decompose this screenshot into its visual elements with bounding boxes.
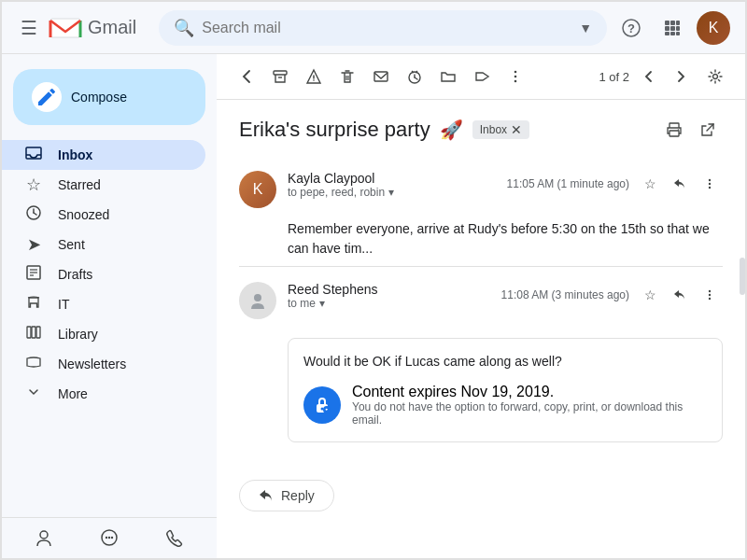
- compose-label: Compose: [71, 90, 127, 105]
- menu-icon[interactable]: ☰: [17, 13, 41, 43]
- lock-icon-circle: [303, 386, 341, 424]
- email-message-2: Reed Stephens to me ▾ 11:08 AM (3 minute…: [239, 271, 723, 442]
- chat-icon[interactable]: [99, 527, 120, 553]
- kayla-more-button[interactable]: [697, 171, 723, 197]
- svg-point-54: [709, 187, 711, 189]
- apps-button[interactable]: [655, 11, 689, 45]
- move-to-button[interactable]: [433, 62, 463, 91]
- svg-point-50: [678, 129, 680, 131]
- svg-rect-49: [669, 131, 679, 136]
- svg-rect-8: [676, 21, 680, 25]
- search-bar[interactable]: 🔍 ▼: [159, 10, 607, 46]
- kayla-reply-button[interactable]: [667, 171, 693, 197]
- sidebar-item-newsletters[interactable]: Newsletters: [2, 349, 205, 379]
- delete-button[interactable]: [332, 62, 362, 91]
- email-thread: Erika's surprise party 🚀 Inbox ✕: [217, 100, 745, 465]
- sidebar-item-sent[interactable]: ➤ Sent: [2, 230, 205, 259]
- thread-subject: Erika's surprise party: [239, 118, 430, 142]
- sidebar-item-it[interactable]: IT: [2, 289, 205, 319]
- reed-to: to me: [288, 297, 316, 310]
- kayla-meta: 11:05 AM (1 minute ago) ☆: [507, 171, 723, 197]
- sidebar-item-library[interactable]: Library: [2, 319, 205, 349]
- reed-avatar: [239, 282, 276, 319]
- it-label-icon: [24, 294, 43, 315]
- svg-line-51: [707, 124, 713, 131]
- search-input[interactable]: [202, 20, 571, 36]
- spam-button[interactable]: [299, 62, 329, 91]
- inbox-tag: Inbox ✕: [472, 120, 529, 139]
- svg-rect-15: [26, 147, 41, 159]
- help-icon: ?: [622, 19, 641, 37]
- scroll-handle[interactable]: [740, 258, 745, 295]
- svg-rect-38: [374, 72, 388, 81]
- svg-rect-9: [665, 26, 669, 31]
- sidebar-bottom: [2, 517, 217, 560]
- reed-actions: ☆: [637, 282, 723, 308]
- label-button[interactable]: [467, 62, 497, 91]
- sidebar-item-inbox[interactable]: Inbox: [2, 140, 205, 170]
- kayla-avatar: K: [239, 171, 276, 208]
- library-icon: [24, 324, 43, 345]
- kayla-actions: ☆: [637, 171, 723, 197]
- compose-plus-icon: [32, 82, 62, 112]
- svg-point-35: [313, 79, 315, 81]
- svg-point-52: [709, 179, 711, 181]
- encrypted-message-box: Would it be OK if Lucas came along as we…: [288, 338, 723, 442]
- prev-email-button[interactable]: [633, 62, 663, 91]
- encrypted-info: Content expires Nov 19, 2019. You do not…: [352, 384, 707, 427]
- phone-icon[interactable]: [164, 527, 185, 553]
- search-dropdown-icon[interactable]: ▼: [579, 21, 592, 35]
- encrypted-body: Would it be OK if Lucas came along as we…: [303, 354, 707, 369]
- reply-button[interactable]: Reply: [239, 480, 334, 511]
- reed-to-dropdown[interactable]: ▾: [319, 297, 325, 310]
- svg-rect-14: [676, 32, 680, 35]
- sidebar-item-drafts[interactable]: Drafts: [2, 259, 205, 289]
- snooze-button[interactable]: [400, 62, 430, 91]
- message-divider: [239, 266, 723, 267]
- edit-icon: [35, 86, 58, 108]
- reed-reply-button[interactable]: [667, 282, 693, 308]
- inbox-icon: [24, 144, 43, 167]
- kayla-sender-info: Kayla Claypool to pepe, reed, robin ▾: [288, 171, 496, 199]
- print-button[interactable]: [659, 115, 689, 145]
- sent-icon: ➤: [24, 234, 43, 255]
- help-button[interactable]: ?: [614, 11, 648, 45]
- library-label: Library: [58, 327, 98, 342]
- pagination: 1 of 2: [599, 70, 629, 84]
- reed-more-button[interactable]: [697, 282, 723, 308]
- svg-rect-23: [27, 327, 31, 338]
- more-options-button[interactable]: [500, 62, 530, 91]
- new-window-button[interactable]: [693, 115, 723, 145]
- svg-line-18: [34, 213, 36, 215]
- email-message-1: K Kayla Claypool to pepe, reed, robin ▾ …: [239, 160, 723, 259]
- newsletters-label: Newsletters: [58, 357, 126, 371]
- drafts-label: Drafts: [58, 267, 92, 282]
- thread-title-row: Erika's surprise party 🚀 Inbox ✕: [239, 115, 723, 145]
- sidebar-item-starred[interactable]: ☆ Starred: [2, 170, 205, 200]
- inbox-tag-close[interactable]: ✕: [511, 122, 522, 137]
- main-content: 1 of 2 Erika's: [217, 54, 745, 560]
- next-email-button[interactable]: [667, 62, 697, 91]
- starred-label: Starred: [58, 177, 101, 192]
- sidebar-item-snoozed[interactable]: Snoozed: [2, 200, 205, 230]
- reed-star-button[interactable]: ☆: [637, 282, 663, 308]
- pagination-text: 1 of 2: [599, 70, 629, 84]
- compose-button[interactable]: Compose: [13, 69, 205, 125]
- kayla-star-button[interactable]: ☆: [637, 171, 663, 197]
- apps-icon: [663, 19, 682, 37]
- svg-rect-24: [32, 327, 35, 338]
- contacts-icon[interactable]: [34, 527, 54, 553]
- mark-unread-button[interactable]: [366, 62, 396, 91]
- back-button[interactable]: [232, 62, 261, 91]
- sidebar-item-more[interactable]: More: [2, 379, 205, 409]
- svg-point-28: [106, 537, 107, 539]
- email-toolbar: 1 of 2: [217, 54, 745, 100]
- archive-button[interactable]: [265, 62, 295, 91]
- avatar[interactable]: K: [697, 11, 730, 45]
- settings-button[interactable]: [700, 62, 730, 91]
- inbox-label: Inbox: [58, 147, 92, 162]
- kayla-to-dropdown[interactable]: ▾: [388, 186, 394, 199]
- it-label: IT: [58, 297, 69, 312]
- kayla-name: Kayla Claypool: [288, 171, 374, 186]
- more-chevron-icon: [24, 384, 43, 405]
